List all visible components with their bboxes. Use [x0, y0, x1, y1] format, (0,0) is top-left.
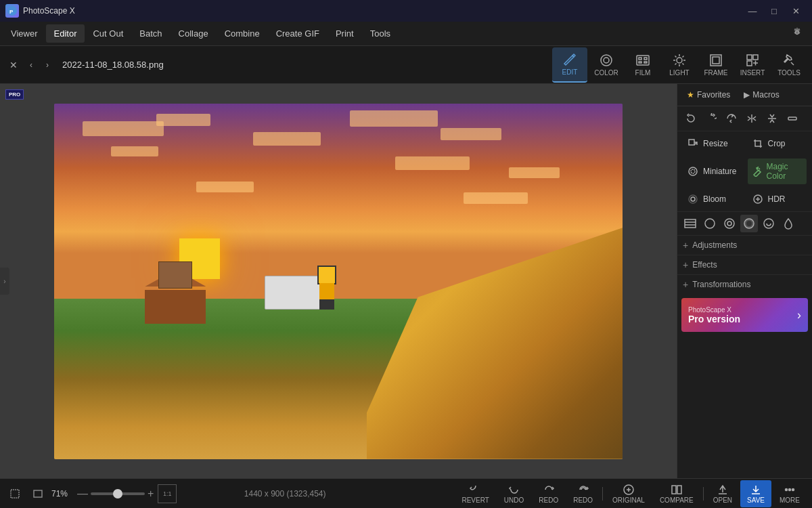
prev-file-button[interactable]: ‹ — [24, 58, 38, 72]
tool-tools-label: TOOLS — [777, 69, 800, 77]
menu-item-creategif[interactable]: Create GIF — [268, 24, 328, 43]
resize-label: Resize — [703, 139, 728, 148]
canvas-ratio-button[interactable] — [28, 484, 47, 503]
tool-edit[interactable]: EDIT — [552, 47, 587, 83]
undo-label: UNDO — [504, 496, 524, 504]
effects-section-header[interactable]: + Effects — [677, 255, 812, 274]
menu-item-combine[interactable]: Combine — [217, 24, 268, 43]
resize-tool[interactable]: Resize — [683, 134, 742, 153]
svg-rect-5 — [639, 58, 641, 60]
save-label: SAVE — [747, 496, 765, 504]
hdr-icon — [752, 193, 764, 205]
pro-banner[interactable]: PhotoScape X Pro version › — [681, 298, 808, 332]
effects-plus-icon: + — [683, 259, 688, 270]
minimize-button[interactable]: — — [742, 0, 763, 22]
menu-item-print[interactable]: Print — [328, 24, 362, 43]
toolbar-left: ✕ ‹ › 2022-11-08_18.08.58.png — [5, 57, 164, 73]
statusbar-left: 71% — + 1:1 — [5, 484, 177, 503]
tool-frame[interactable]: FRAME — [698, 47, 734, 83]
revert-label: REVERT — [461, 496, 489, 504]
svg-rect-42 — [34, 490, 42, 497]
menu-item-viewer[interactable]: Viewer — [3, 24, 46, 43]
zoom-in-button[interactable]: + — [148, 488, 154, 499]
open-button[interactable]: OPEN — [706, 480, 739, 507]
filter-drop-button[interactable] — [780, 215, 797, 232]
svg-point-35 — [705, 219, 715, 228]
flip-horizontal-button[interactable] — [742, 109, 761, 128]
menu-item-batch[interactable]: Batch — [131, 24, 170, 43]
undo-button[interactable]: UNDO — [497, 480, 531, 507]
crop-icon — [752, 137, 764, 150]
filter-lines-button[interactable] — [681, 215, 699, 232]
actual-size-button[interactable]: 1:1 — [158, 484, 177, 503]
tool-color[interactable]: COLOR — [589, 47, 624, 83]
menu-item-cutout[interactable]: Cut Out — [85, 24, 131, 43]
more-button[interactable]: MORE — [773, 480, 807, 507]
tool-film[interactable]: FILM — [625, 47, 660, 83]
transformations-section-header[interactable]: + Transformations — [677, 274, 812, 294]
right-panel: ★ Favorites ▶ Macros — [677, 84, 812, 478]
filter-circle4-button[interactable] — [760, 215, 777, 232]
macros-label: Macros — [752, 90, 779, 100]
svg-rect-32 — [685, 219, 696, 228]
straighten-button[interactable] — [783, 109, 802, 128]
save-button[interactable]: SAVE — [740, 480, 771, 507]
close-button[interactable]: ✕ — [785, 0, 807, 22]
tool-tools[interactable]: TOOLS — [771, 47, 807, 83]
pro-brand: PhotoScape X — [688, 306, 740, 314]
next-file-button[interactable]: › — [41, 58, 54, 72]
bloom-label: Bloom — [703, 194, 726, 204]
maximize-button[interactable]: □ — [763, 0, 785, 22]
rotate-180-button[interactable] — [722, 109, 741, 128]
compare-label: COMPARE — [660, 496, 694, 504]
crop-tool[interactable]: Crop — [748, 134, 807, 153]
pro-banner-text: PhotoScape X Pro version — [688, 306, 740, 324]
svg-rect-6 — [644, 58, 647, 60]
filter-circle3-button[interactable] — [740, 215, 758, 232]
revert-button[interactable]: REVERT — [455, 480, 495, 507]
filter-circle2-button[interactable] — [721, 215, 738, 232]
title-bar: P PhotoScape X — □ ✕ — [0, 0, 812, 22]
tool-edit-label: EDIT — [562, 68, 578, 76]
flip-vertical-button[interactable] — [763, 109, 782, 128]
redo2-button[interactable]: REDO — [566, 480, 600, 507]
menu-item-tools[interactable]: Tools — [362, 24, 399, 43]
hdr-label: HDR — [768, 194, 786, 204]
svg-rect-7 — [639, 62, 641, 63]
svg-rect-22 — [747, 61, 752, 66]
panel-collapse-button[interactable]: › — [0, 268, 9, 295]
settings-button[interactable] — [785, 23, 809, 44]
bloom-tool[interactable]: Bloom — [683, 190, 742, 209]
bloom-icon — [687, 193, 699, 205]
hdr-tool[interactable]: HDR — [748, 190, 807, 209]
filter-circle-button[interactable] — [701, 215, 719, 232]
tool-insert[interactable]: INSERT — [735, 47, 770, 83]
adjustments-section-header[interactable]: + Adjustments — [677, 235, 812, 255]
effects-label: Effects — [692, 260, 717, 270]
rotate-right-button[interactable] — [702, 109, 721, 128]
macros-button[interactable]: ▶ Macros — [740, 88, 783, 102]
favorites-button[interactable]: ★ Favorites — [683, 88, 734, 102]
miniature-tool[interactable]: Miniature — [683, 162, 742, 181]
compare-button[interactable]: COMPARE — [653, 480, 700, 507]
selection-tool-button[interactable] — [5, 484, 24, 503]
menu-item-editor[interactable]: Editor — [46, 24, 85, 43]
titlebar-left: P PhotoScape X — [5, 4, 75, 18]
transformations-plus-icon: + — [683, 279, 688, 290]
menu-item-collage[interactable]: Collage — [171, 24, 217, 43]
main-area: PRO › — [0, 84, 812, 478]
zoom-slider[interactable] — [91, 492, 145, 495]
transformations-label: Transformations — [692, 280, 750, 289]
original-button[interactable]: ORIGINAL — [606, 480, 652, 507]
zoom-out-button[interactable]: — — [77, 488, 88, 499]
svg-line-15 — [683, 64, 684, 65]
rotate-left-button[interactable] — [681, 109, 700, 128]
tool-light[interactable]: LIGHT — [662, 47, 697, 83]
magic-color-label: Magic Color — [767, 162, 803, 181]
svg-point-36 — [725, 219, 734, 228]
svg-line-17 — [683, 56, 684, 58]
redo-button[interactable]: REDO — [532, 480, 565, 507]
magic-color-tool[interactable]: Magic Color — [748, 158, 807, 184]
close-file-button[interactable]: ✕ — [5, 57, 22, 73]
pro-badge: PRO — [5, 89, 24, 100]
